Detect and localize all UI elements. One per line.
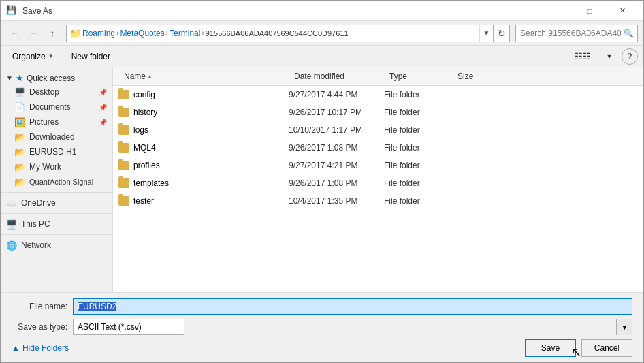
hide-folders-button[interactable]: ▲ Hide Folders <box>12 343 69 353</box>
file-name-cell: config <box>113 87 283 102</box>
organize-label: Organize <box>12 52 46 61</box>
quick-access-header[interactable]: ▼ ★ Quick access <box>1 70 112 84</box>
table-row[interactable]: config 9/27/2017 4:44 PM File folder <box>113 86 643 104</box>
table-row[interactable]: MQL4 9/26/2017 1:08 PM File folder <box>113 139 643 157</box>
sidebar-item-eurusdh1[interactable]: 📂 EURUSD H1 <box>1 144 112 159</box>
search-input[interactable] <box>515 25 638 42</box>
column-type[interactable]: Type <box>384 69 452 84</box>
file-name-cell: logs <box>113 123 283 138</box>
sidebar-item-thispc-label: This PC <box>21 219 50 229</box>
folder-icon <box>118 161 129 170</box>
sidebar-item-network[interactable]: 🌐 Network <box>1 238 112 253</box>
sidebar-divider-1 <box>1 192 112 193</box>
file-size <box>447 110 643 115</box>
folder-icon <box>118 90 129 99</box>
new-folder-button[interactable]: New folder <box>65 48 116 65</box>
savetype-input[interactable] <box>73 319 184 335</box>
file-date: 9/26/2017 10:17 PM <box>283 105 379 120</box>
filename-input[interactable] <box>73 298 632 315</box>
file-type: File folder <box>379 158 447 173</box>
file-date: 9/27/2017 4:21 PM <box>283 158 379 173</box>
sidebar-divider-3 <box>1 234 112 235</box>
table-row[interactable]: tester 10/4/2017 1:35 PM File folder <box>113 192 643 210</box>
pin-icon-desktop: 📌 <box>99 89 107 96</box>
save-label: Save <box>541 343 560 353</box>
savetype-dropdown-button[interactable]: ▼ <box>616 319 632 335</box>
file-rows-container: config 9/27/2017 4:44 PM File folder his… <box>113 86 643 210</box>
column-date-modified[interactable]: Date modified <box>289 69 384 84</box>
sidebar-item-onedrive[interactable]: ☁️ OneDrive <box>1 195 112 210</box>
hide-folders-label: Hide Folders <box>22 343 69 353</box>
table-row[interactable]: logs 10/10/2017 1:17 PM File folder <box>113 121 643 139</box>
sidebar-item-thispc[interactable]: 🖥️ This PC <box>1 217 112 232</box>
savetype-row: Save as type: ▼ <box>12 319 632 335</box>
file-size <box>447 145 643 151</box>
pin-icon-documents: 📌 <box>99 104 107 111</box>
column-size[interactable]: Size <box>452 69 638 84</box>
action-row: ▲ Hide Folders Save ↖ Cancel <box>12 339 632 357</box>
file-name: config <box>133 90 155 99</box>
breadcrumb-terminal[interactable]: Terminal <box>170 29 200 38</box>
file-size <box>447 127 643 133</box>
quick-access-section: ▼ ★ Quick access 🖥️ Desktop 📌 📄 Document… <box>1 70 112 189</box>
title-bar-controls: — □ ✕ <box>541 1 638 21</box>
help-button[interactable]: ? <box>622 48 638 65</box>
desktop-icon: 🖥️ <box>14 86 25 97</box>
table-row[interactable]: profiles 9/27/2017 4:21 PM File folder <box>113 157 643 174</box>
file-type: File folder <box>379 123 447 138</box>
cancel-button[interactable]: Cancel <box>581 339 632 357</box>
navigation-toolbar: ← → ↑ 📁 Roaming › MetaQuotes › Terminal … <box>1 21 643 46</box>
title-bar-left: 💾 Save As <box>6 5 52 16</box>
table-row[interactable]: templates 9/26/2017 1:08 PM File folder <box>113 174 643 192</box>
up-button[interactable]: ↑ <box>44 25 61 42</box>
view-dropdown-button[interactable]: ▼ <box>600 48 619 65</box>
save-btn-wrapper: Save ↖ <box>525 339 576 357</box>
sidebar-item-pictures[interactable]: 🖼️ Pictures 📌 <box>1 114 112 129</box>
file-name-cell: tester <box>113 193 283 208</box>
sidebar-item-downloaded[interactable]: 📂 Downloaded <box>1 129 112 144</box>
address-dropdown-button[interactable]: ▼ <box>479 25 493 42</box>
file-type: File folder <box>379 176 447 191</box>
folder-icon <box>118 178 129 188</box>
file-name: history <box>133 108 157 117</box>
table-row[interactable]: history 9/26/2017 10:17 PM File folder <box>113 104 643 121</box>
onedrive-icon: ☁️ <box>6 198 17 208</box>
address-bar[interactable]: 📁 Roaming › MetaQuotes › Terminal › 9155… <box>66 25 510 42</box>
save-button[interactable]: Save <box>525 339 576 357</box>
organize-dropdown-icon: ▼ <box>48 53 54 59</box>
sidebar-item-quantaction[interactable]: 📂 QuantAction Signal <box>1 174 112 189</box>
savetype-select-container: ▼ <box>73 319 632 335</box>
network-icon: 🌐 <box>6 240 17 251</box>
maximize-button[interactable]: □ <box>574 1 605 21</box>
sidebar-item-eurusdh1-label: EURUSD H1 <box>29 147 76 157</box>
sort-arrow-name: ▲ <box>147 74 152 80</box>
minimize-button[interactable]: — <box>541 1 573 21</box>
sidebar-item-mywork[interactable]: 📂 My Work <box>1 159 112 174</box>
thispc-icon: 🖥️ <box>6 219 17 230</box>
breadcrumb-roaming[interactable]: Roaming <box>82 29 115 38</box>
sidebar-item-network-label: Network <box>21 240 51 250</box>
folder-icon <box>118 143 129 153</box>
pictures-icon: 🖼️ <box>14 116 25 127</box>
close-button[interactable]: ✕ <box>607 1 638 21</box>
organize-button[interactable]: Organize ▼ <box>6 48 60 65</box>
window-title: Save As <box>22 6 52 16</box>
file-name: logs <box>133 125 148 135</box>
filename-label: File name: <box>12 302 73 311</box>
file-name: tester <box>133 196 154 206</box>
forward-button[interactable]: → <box>25 25 42 42</box>
file-date: 10/10/2017 1:17 PM <box>283 123 379 138</box>
refresh-button[interactable]: ↻ <box>493 25 509 42</box>
file-date: 9/27/2017 4:44 PM <box>283 87 379 102</box>
sidebar-item-quantaction-label: QuantAction Signal <box>29 178 93 186</box>
sidebar-item-desktop[interactable]: 🖥️ Desktop 📌 <box>1 84 112 99</box>
breadcrumb-metaquotes[interactable]: MetaQuotes <box>120 29 164 38</box>
file-name-cell: history <box>113 105 283 120</box>
sidebar-item-documents[interactable]: 📄 Documents 📌 <box>1 99 112 114</box>
search-container: 🔍 <box>515 25 638 42</box>
column-name[interactable]: Name ▲ <box>118 69 289 84</box>
toolbar-right: ☷☷ | ▼ ? <box>573 48 638 65</box>
view-toggle-button[interactable]: ☷☷ <box>573 48 592 65</box>
title-bar: 💾 Save As — □ ✕ <box>1 1 643 21</box>
back-button[interactable]: ← <box>6 25 22 42</box>
